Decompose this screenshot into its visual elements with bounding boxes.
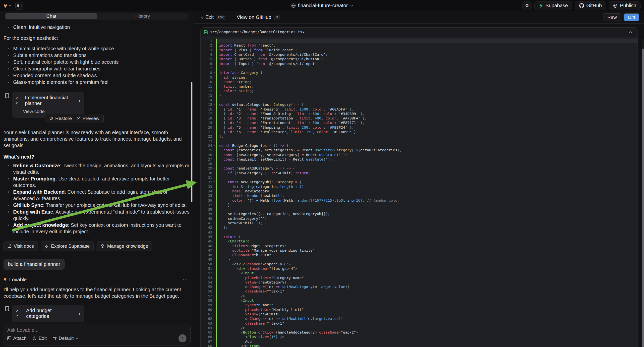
code-line[interactable]: 21 { id: '6', name: 'Healthcare', limit:… bbox=[201, 130, 638, 134]
code-line[interactable]: 27 const [newLimit, setNewLimit] = React… bbox=[201, 157, 638, 162]
code-line[interactable]: 13} bbox=[201, 93, 638, 98]
code-line[interactable]: 58 <Input bbox=[201, 298, 638, 303]
fold-chevron-icon[interactable]: ∨ bbox=[212, 102, 216, 107]
code-line[interactable]: 39 setCategories([...categories, newCate… bbox=[201, 212, 638, 216]
explore-supabase-button[interactable]: Explore Supabase bbox=[41, 241, 94, 251]
chat-scrollbar[interactable] bbox=[191, 82, 192, 202]
code-line[interactable]: 26 const [newCategory, setNewCategory] =… bbox=[201, 152, 638, 157]
code-line[interactable]: 22]; bbox=[201, 134, 638, 139]
code-line[interactable]: 2import React from 'react'; bbox=[201, 43, 638, 48]
raw-view-button[interactable]: Raw bbox=[603, 14, 621, 22]
edit-mode-button[interactable]: Edit bbox=[32, 336, 47, 341]
code-line[interactable]: 3import { Plus } from 'lucide-react'; bbox=[201, 48, 638, 52]
code-line[interactable]: 42 }; bbox=[201, 225, 638, 230]
code-line[interactable]: 47 subtitle="Manage your spending limits… bbox=[201, 248, 638, 253]
code-line[interactable]: 28 bbox=[201, 162, 638, 166]
send-button[interactable]: ↑ bbox=[178, 334, 186, 342]
code-line[interactable]: 59 type="number" bbox=[201, 303, 638, 307]
code-line[interactable]: 4import ChartCard from '@/components/ui/… bbox=[201, 52, 638, 57]
workspace-chevron-down-icon[interactable] bbox=[9, 5, 12, 6]
chat-input[interactable] bbox=[7, 327, 186, 333]
code-line[interactable]: 63 className="flex-1" bbox=[201, 321, 638, 325]
code-line[interactable]: 6import { Input } from '@/components/ui/… bbox=[201, 61, 638, 66]
diff-view-button[interactable]: Diff bbox=[624, 14, 640, 22]
code-line[interactable]: 60 placeholder="Monthly limit" bbox=[201, 308, 638, 312]
project-switcher[interactable]: financial-future-creator bbox=[291, 0, 353, 11]
code-line[interactable]: 23 bbox=[201, 139, 638, 144]
code-line[interactable]: 61 value={newLimit} bbox=[201, 312, 638, 316]
code-line[interactable]: 29∨ const handleAddCategory = () => { bbox=[201, 166, 638, 170]
code-line[interactable]: 17 { id: '2', name: 'Food & Dining', lim… bbox=[201, 112, 638, 116]
code-line[interactable]: 55 onChange={(e) => setNewCategory(e.tar… bbox=[201, 284, 638, 289]
view-code-link[interactable]: View code bbox=[23, 322, 80, 322]
code-line[interactable]: 19 { id: '4', name: 'Entertainment', lim… bbox=[201, 120, 638, 125]
message-menu-button[interactable]: ⋯ bbox=[183, 276, 188, 282]
code-line[interactable]: 67 Add bbox=[201, 339, 638, 344]
code-line[interactable]: 18 { id: '3', name: 'Transportation', li… bbox=[201, 116, 638, 120]
code-line[interactable]: 65 <Button onClick={handleAddCategory} c… bbox=[201, 330, 638, 334]
preview-button[interactable]: Preview bbox=[77, 116, 99, 121]
tab-chat[interactable]: Chat bbox=[6, 13, 97, 19]
code-line[interactable]: 34 name: newCategory, bbox=[201, 189, 638, 194]
fold-chevron-icon[interactable]: ∨ bbox=[212, 166, 216, 170]
visit-docs-button[interactable]: Visit docs bbox=[4, 241, 38, 251]
tab-history[interactable]: History bbox=[97, 13, 188, 19]
code-line[interactable]: 8∨interface Category { bbox=[201, 70, 638, 75]
code-line[interactable]: 12 color: string; bbox=[201, 88, 638, 93]
attach-button[interactable]: Attach bbox=[7, 336, 27, 341]
code-line[interactable]: 31 bbox=[201, 175, 638, 180]
code-line[interactable]: 9 id: string; bbox=[201, 75, 638, 80]
chat-scroll-area[interactable]: Clean, intuitive navigation For the desi… bbox=[0, 22, 194, 322]
file-path-bar[interactable]: src/components/budget/BudgetCategories.t… bbox=[201, 28, 638, 37]
code-line[interactable]: 51 <div className="flex gap-4"> bbox=[201, 266, 638, 271]
fold-chevron-icon[interactable]: ∨ bbox=[212, 180, 216, 184]
code-line[interactable]: 16 { id: '1', name: 'Housing', limit: 15… bbox=[201, 107, 638, 111]
code-line[interactable]: 25 const [categories, setCategories] = R… bbox=[201, 148, 638, 152]
code-editor-area[interactable]: 12import React from 'react';3import { Pl… bbox=[201, 37, 638, 347]
code-line[interactable]: 15∨const defaultCategories: Category[] =… bbox=[201, 102, 638, 107]
publish-button[interactable]: Publish bbox=[609, 2, 640, 10]
code-line[interactable]: 14 bbox=[201, 98, 638, 102]
code-line[interactable]: 50 <div className="space-y-6"> bbox=[201, 262, 638, 266]
code-line[interactable]: 11 limit: number; bbox=[201, 84, 638, 88]
github-button[interactable]: GitHub bbox=[575, 2, 606, 10]
fold-chevron-icon[interactable]: ∨ bbox=[212, 144, 216, 148]
code-line[interactable]: 37 }; bbox=[201, 202, 638, 207]
view-on-github-button[interactable]: View on GitHub G bbox=[237, 14, 280, 20]
code-line[interactable]: 20 { id: '5', name: 'Shopping', limit: 2… bbox=[201, 125, 638, 130]
settings-button[interactable]: ⚙ bbox=[522, 2, 532, 10]
code-line[interactable]: 48 className="h-auto" bbox=[201, 253, 638, 257]
code-line[interactable]: 32∨ const newCategoryObj: Category = { bbox=[201, 180, 638, 184]
code-line[interactable]: 52 <Input bbox=[201, 271, 638, 275]
fold-chevron-icon[interactable]: ∨ bbox=[212, 70, 216, 75]
code-scrollbar-track[interactable] bbox=[642, 38, 644, 347]
code-line[interactable]: 46 title="Budget Categories" bbox=[201, 244, 638, 248]
code-line[interactable]: 57 /> bbox=[201, 294, 638, 298]
code-line[interactable]: 30 if (!newCategory || !newLimit) return… bbox=[201, 171, 638, 175]
view-code-link[interactable]: View code bbox=[23, 109, 80, 114]
code-line[interactable]: 45 <ChartCard bbox=[201, 239, 638, 244]
exit-button[interactable]: Exit ESC bbox=[201, 14, 226, 20]
bookmark-icon[interactable] bbox=[5, 93, 9, 118]
code-line[interactable]: 24∨const BudgetCategories = () => { bbox=[201, 144, 638, 148]
code-line[interactable]: 41 setNewLimit(''); bbox=[201, 221, 638, 225]
mode-selector[interactable]: Default bbox=[53, 336, 78, 341]
code-line[interactable]: 1 bbox=[201, 38, 638, 43]
code-line[interactable]: 44 return ( bbox=[201, 234, 638, 239]
restore-button[interactable]: ↺Restore bbox=[49, 116, 72, 122]
supabase-button[interactable]: Supabase bbox=[534, 2, 572, 10]
code-line[interactable]: 64 /> bbox=[201, 326, 638, 330]
code-scrollbar-thumb[interactable] bbox=[642, 48, 644, 347]
code-line[interactable]: 49 > bbox=[201, 257, 638, 262]
code-line[interactable]: 66 <Plus size={16} /> bbox=[201, 334, 638, 339]
edit-card-implement-financial-planner[interactable]: < > Implement financial planner › View c… bbox=[12, 92, 84, 118]
code-line[interactable]: 36 color: '#' + Math.floor(Math.random()… bbox=[201, 198, 638, 202]
bookmark-icon[interactable] bbox=[5, 306, 9, 322]
code-line[interactable]: 38 bbox=[201, 207, 638, 212]
toggle-sidebar-button[interactable] bbox=[16, 2, 24, 10]
code-line[interactable]: 56 className="flex-1" bbox=[201, 289, 638, 294]
code-line[interactable]: 68 </Button> bbox=[201, 344, 638, 347]
code-line[interactable]: 33 id: String(categories.length + 1), bbox=[201, 184, 638, 189]
collapse-file-button[interactable] bbox=[626, 30, 634, 34]
code-line[interactable]: 7 bbox=[201, 66, 638, 70]
